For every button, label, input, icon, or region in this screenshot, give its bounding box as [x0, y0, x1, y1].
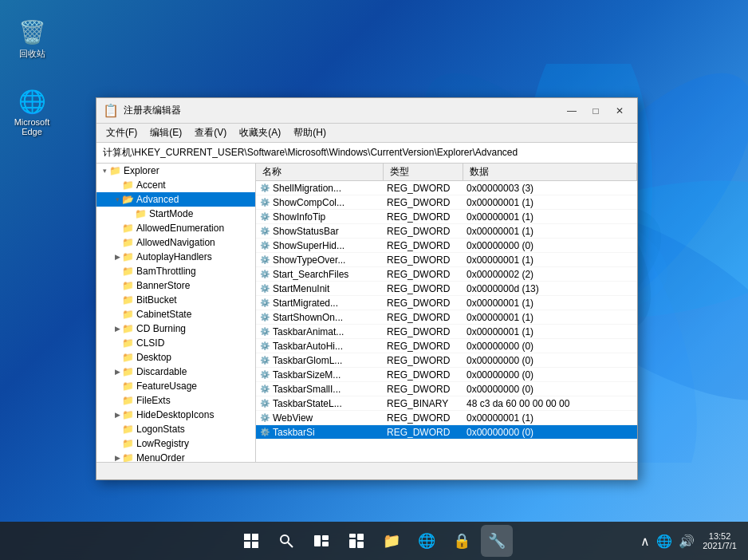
svg-rect-21 — [357, 542, 364, 548]
expand-icon — [125, 209, 135, 219]
folder-icon: 📁 — [122, 424, 135, 435]
tree-item-menuorder[interactable]: ▶ 📁 MenuOrder — [96, 451, 255, 462]
window-title: 注册表编辑器 — [124, 104, 561, 117]
taskbar-center: 📁 🌐 🔒 🔧 — [235, 525, 513, 557]
reg-dword-icon: ⚙️ — [259, 341, 270, 352]
tree-item-discardable[interactable]: ▶ 📁 Discardable — [96, 365, 255, 379]
tree-item-explorer[interactable]: ▾ 📁 Explorer — [96, 164, 255, 178]
table-row[interactable]: ⚙️ShellMigration... REG_DWORD 0x00000003… — [256, 181, 637, 195]
file-explorer-button[interactable]: 📁 — [376, 525, 407, 557]
table-row[interactable]: ⚙️StartMenuInit REG_DWORD 0x0000000d (13… — [256, 282, 637, 296]
table-row[interactable]: ⚙️TaskbarAutoHi... REG_DWORD 0x00000000 … — [256, 339, 637, 353]
table-row[interactable]: ⚙️ShowTypeOver... REG_DWORD 0x00000001 (… — [256, 253, 637, 267]
expand-icon: ▶ — [112, 252, 122, 262]
registry-button[interactable]: 🔧 — [481, 525, 513, 557]
tree-item-hidedesktop[interactable]: ▶ 📁 HideDesktopIcons — [96, 408, 255, 422]
clock-time: 13:52 — [709, 531, 731, 541]
tree-item-advanced[interactable]: ▾ 📂 Advanced — [96, 192, 255, 207]
recycle-bin-label: 回收站 — [19, 48, 45, 60]
menu-favorites[interactable]: 收藏夹(A) — [233, 124, 287, 141]
tree-item-desktop[interactable]: 📁 Desktop — [96, 350, 255, 365]
folder-icon: 📁 — [122, 381, 135, 392]
table-row[interactable]: ⚙️ShowStatusBar REG_DWORD 0x00000001 (1) — [256, 224, 637, 239]
menu-edit[interactable]: 编辑(E) — [144, 124, 188, 141]
tree-item-bam[interactable]: 📁 BamThrottling — [96, 264, 255, 278]
tree-item-cdburning[interactable]: ▶ 📁 CD Burning — [96, 321, 255, 336]
menu-view[interactable]: 查看(V) — [188, 124, 233, 141]
start-button[interactable] — [235, 525, 267, 557]
expand-icon — [112, 424, 122, 434]
expand-icon — [112, 281, 122, 290]
col-header-type[interactable]: 类型 — [384, 164, 463, 180]
tree-item-accent[interactable]: 📁 Accent — [96, 178, 255, 192]
expand-icon — [112, 295, 122, 305]
table-row[interactable]: ⚙️TaskbarSizeM... REG_DWORD 0x00000000 (… — [256, 368, 637, 382]
edge-icon[interactable]: 🌐 Microsoft Edge — [8, 84, 56, 140]
tree-item-featureusage[interactable]: 📁 FeatureUsage — [96, 379, 255, 393]
widgets-button[interactable] — [341, 525, 372, 557]
details-header: 名称 类型 数据 — [256, 164, 637, 181]
tree-item-clsid[interactable]: 📁 CLSID — [96, 336, 255, 350]
volume-icon[interactable]: 🔊 — [679, 534, 695, 549]
tree-label: Desktop — [136, 352, 171, 363]
table-row[interactable]: ⚙️Start_SearchFiles REG_DWORD 0x00000002… — [256, 267, 637, 282]
tree-item-cabinetstate[interactable]: 📁 CabinetState — [96, 307, 255, 321]
folder-icon: 📁 — [122, 294, 135, 306]
reg-dword-icon: ⚙️ — [259, 226, 270, 237]
close-button[interactable]: ✕ — [608, 103, 631, 119]
tree-item-bitbucket[interactable]: 📁 BitBucket — [96, 293, 255, 307]
expand-icon — [112, 223, 122, 233]
svg-rect-10 — [252, 534, 258, 540]
col-header-data[interactable]: 数据 — [463, 164, 637, 180]
clock-date: 2021/7/1 — [703, 541, 737, 550]
reg-binary-icon: ⚙️ — [259, 398, 270, 409]
tree-label: Discardable — [136, 366, 187, 377]
table-row[interactable]: ⚙️ShowCompCol... REG_DWORD 0x00000001 (1… — [256, 195, 637, 210]
table-row[interactable]: ⚙️WebView REG_DWORD 0x00000001 (1) — [256, 411, 637, 425]
recycle-bin-image: 🗑️ — [18, 18, 46, 46]
tree-label: BamThrottling — [136, 266, 196, 277]
expand-icon: ▶ — [112, 410, 122, 420]
table-row[interactable]: ⚙️TaskbarStateL... REG_BINARY 48 c3 da 6… — [256, 396, 637, 411]
folder-icon: 📁 — [122, 395, 135, 406]
table-row-selected[interactable]: ⚙️TaskbarSi REG_DWORD 0x00000000 (0) — [256, 425, 637, 440]
expand-icon — [112, 266, 122, 276]
table-row[interactable]: ⚙️StartShownOn... REG_DWORD 0x00000001 (… — [256, 310, 637, 325]
tree-item-autoplay[interactable]: ▶ 📁 AutoplayHandlers — [96, 250, 255, 264]
recycle-bin-icon[interactable]: 🗑️ 回收站 — [8, 14, 56, 63]
tree-item-logonstats[interactable]: 📁 LogonStats — [96, 422, 255, 436]
tree-label: LogonStats — [136, 424, 185, 435]
menu-file[interactable]: 文件(F) — [100, 124, 144, 141]
table-row[interactable]: ⚙️ShowSuperHid... REG_DWORD 0x00000000 (… — [256, 239, 637, 253]
edge-taskbar-button[interactable]: 🌐 — [411, 525, 443, 557]
table-row[interactable]: ⚙️TaskbarSmallI... REG_DWORD 0x00000000 … — [256, 382, 637, 396]
table-row[interactable]: ⚙️ShowInfoTip REG_DWORD 0x00000001 (1) — [256, 210, 637, 224]
tree-item-startmode[interactable]: 📁 StartMode — [96, 207, 255, 221]
maximize-button[interactable]: □ — [585, 103, 607, 119]
tree-item-lowregistry[interactable]: 📁 LowRegistry — [96, 436, 255, 451]
svg-rect-18 — [349, 534, 356, 538]
tree-item-bannerstore[interactable]: 📁 BannerStore — [96, 278, 255, 293]
reg-dword-icon: ⚙️ — [259, 283, 270, 294]
clock[interactable]: 13:52 2021/7/1 — [698, 530, 742, 552]
tree-label: AutoplayHandlers — [136, 251, 212, 262]
taskview-button[interactable] — [305, 525, 337, 557]
expand-icon — [112, 439, 122, 448]
svg-rect-11 — [244, 542, 250, 548]
search-button[interactable] — [270, 525, 302, 557]
svg-rect-15 — [314, 535, 321, 546]
tree-item-allowedenum[interactable]: 📁 AllowedEnumeration — [96, 221, 255, 235]
show-hidden-icons[interactable]: ∧ — [640, 534, 650, 549]
col-header-name[interactable]: 名称 — [256, 164, 384, 180]
folder-icon: 📁 — [122, 337, 135, 349]
minimize-button[interactable]: — — [561, 103, 583, 119]
network-icon[interactable]: 🌐 — [656, 534, 672, 549]
store-button[interactable]: 🔒 — [446, 525, 478, 557]
table-row[interactable]: ⚙️TaskbarAnimat... REG_DWORD 0x00000001 … — [256, 325, 637, 339]
reg-dword-icon: ⚙️ — [259, 197, 270, 208]
table-row[interactable]: ⚙️TaskbarGlomL... REG_DWORD 0x00000000 (… — [256, 353, 637, 368]
tree-item-fileexts[interactable]: 📁 FileExts — [96, 393, 255, 408]
tree-item-allowednav[interactable]: 📁 AllowedNavigation — [96, 235, 255, 250]
menu-help[interactable]: 帮助(H) — [287, 124, 333, 141]
table-row[interactable]: ⚙️StartMigrated... REG_DWORD 0x00000001 … — [256, 296, 637, 310]
